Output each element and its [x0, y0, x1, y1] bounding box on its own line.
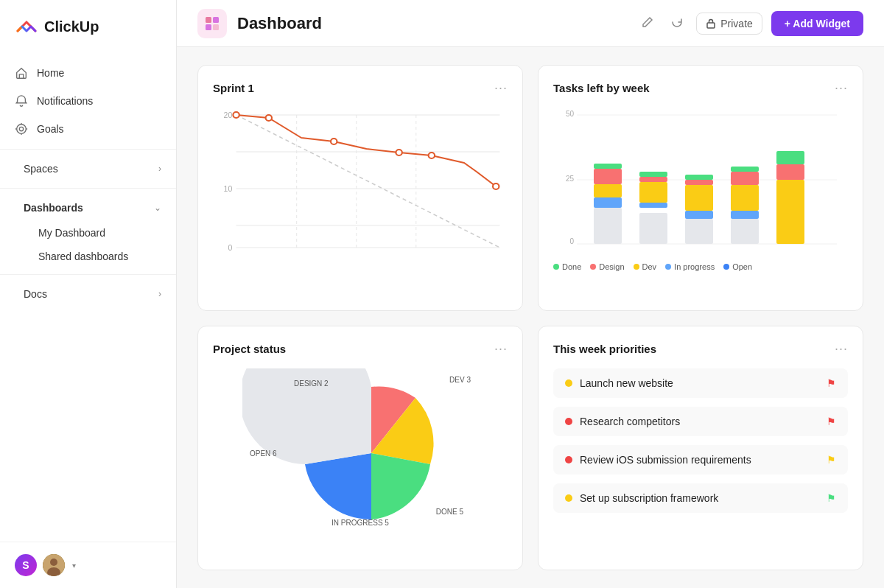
sidebar-user-area: S ▾: [0, 542, 176, 588]
sidebar-item-home[interactable]: Home: [0, 59, 176, 87]
priority-item-1-left: Launch new website: [565, 377, 673, 389]
bar-chart-legend: Done Design Dev In progress Open: [553, 262, 848, 271]
nav-divider-1: [0, 149, 176, 150]
priority-dot-4: [565, 494, 572, 502]
svg-point-31: [233, 112, 239, 118]
priority-text-4: Set up subscription framework: [580, 492, 718, 504]
tasks-bar-chart: 50 25 0: [553, 108, 848, 255]
priority-item-2[interactable]: Research competitors ⚑: [553, 407, 848, 436]
sidebar-item-notifications[interactable]: Notifications: [0, 87, 176, 115]
svg-point-32: [266, 115, 272, 121]
sidebar-goals-label: Goals: [37, 123, 64, 135]
priority-item-4[interactable]: Set up subscription framework ⚑: [553, 483, 848, 513]
topbar-right: Private + Add Widget: [637, 11, 863, 36]
svg-rect-59: [731, 211, 759, 219]
svg-text:10: 10: [224, 185, 233, 193]
svg-line-30: [236, 115, 500, 248]
sidebar-my-dashboard[interactable]: My Dashboard: [0, 221, 176, 245]
sidebar-item-goals[interactable]: Goals: [0, 115, 176, 143]
legend-done-dot: [553, 264, 559, 270]
priority-dot-1: [565, 379, 572, 387]
svg-rect-65: [776, 151, 804, 164]
legend-open: Open: [723, 262, 752, 271]
refresh-button[interactable]: [667, 12, 687, 35]
pencil-icon: [642, 16, 653, 28]
svg-rect-54: [685, 211, 713, 219]
svg-text:25: 25: [566, 175, 575, 183]
dashboard-grid-icon: [203, 15, 221, 32]
user-menu-chevron[interactable]: ▾: [72, 561, 76, 570]
priority-item-3-left: Review iOS submission requirements: [565, 454, 751, 466]
sidebar-item-dashboards[interactable]: Dashboards ⌄: [0, 195, 176, 221]
svg-point-36: [493, 183, 499, 189]
svg-rect-48: [639, 213, 667, 244]
svg-text:0: 0: [569, 237, 574, 245]
svg-rect-15: [213, 17, 219, 23]
sidebar-item-spaces[interactable]: Spaces ›: [0, 155, 176, 182]
docs-label: Docs: [24, 288, 47, 300]
svg-rect-16: [206, 24, 211, 30]
bar-chart-container: 50 25 0: [553, 108, 848, 255]
priorities-header: This week priorities ···: [553, 341, 848, 357]
svg-rect-14: [206, 17, 211, 23]
pie-label-inprogress: IN PROGRESS 5: [332, 519, 389, 527]
spaces-label: Spaces: [24, 163, 58, 175]
priority-flag-3: ⚑: [827, 454, 836, 466]
pie-chart-area: DESIGN 2 DEV 3 DONE 5 IN PROGRESS 5 OPEN…: [213, 368, 508, 531]
legend-design-dot: [590, 264, 596, 270]
sidebar-item-docs[interactable]: Docs ›: [0, 281, 176, 307]
priority-flag-2: ⚑: [827, 416, 836, 427]
tasks-widget-menu[interactable]: ···: [835, 80, 848, 96]
bell-icon: [15, 94, 28, 108]
priorities-widget: This week priorities ··· Launch new webs…: [538, 326, 863, 570]
user-avatar-photo[interactable]: [43, 554, 65, 576]
svg-rect-56: [685, 180, 713, 185]
docs-chevron: ›: [158, 289, 161, 299]
svg-rect-44: [594, 197, 622, 208]
svg-rect-62: [731, 167, 759, 172]
edit-button[interactable]: [637, 12, 658, 35]
svg-rect-60: [731, 185, 759, 211]
topbar-left: Dashboard: [197, 9, 322, 38]
legend-done: Done: [553, 262, 581, 271]
priority-dot-2: [565, 418, 572, 425]
pie-label-dev: DEV 3: [449, 376, 471, 384]
pie-label-open: OPEN 6: [250, 449, 277, 458]
priority-flag-1: ⚑: [827, 377, 836, 389]
svg-point-1: [19, 127, 23, 130]
priority-item-3[interactable]: Review iOS submission requirements ⚑: [553, 445, 848, 475]
svg-point-12: [50, 559, 57, 566]
priority-flag-4: ⚑: [827, 492, 836, 504]
svg-rect-58: [731, 219, 759, 244]
legend-inprogress: In progress: [665, 262, 715, 271]
sprint-line-chart: 20 10 0: [213, 108, 508, 255]
nav-divider-3: [0, 274, 176, 275]
private-badge[interactable]: Private: [696, 13, 762, 35]
svg-text:20: 20: [224, 111, 233, 119]
svg-rect-52: [639, 172, 667, 177]
sprint-widget-menu[interactable]: ···: [494, 80, 508, 96]
priority-item-1[interactable]: Launch new website ⚑: [553, 368, 848, 398]
lock-icon: [706, 18, 716, 29]
sidebar: ClickUp Home Notifications Goals: [0, 0, 177, 588]
priority-text-2: Research competitors: [580, 416, 680, 427]
priority-text-1: Launch new website: [580, 377, 673, 389]
project-status-header: Project status ···: [213, 341, 508, 357]
add-widget-button[interactable]: + Add Widget: [771, 11, 863, 36]
sprint-widget: Sprint 1 ··· 20 1: [197, 65, 523, 311]
svg-rect-64: [776, 164, 804, 180]
svg-rect-63: [776, 180, 804, 244]
dashboard-page-icon: [197, 9, 227, 38]
user-avatar-s[interactable]: S: [15, 554, 37, 576]
svg-text:0: 0: [228, 244, 232, 252]
project-status-title: Project status: [213, 343, 286, 355]
priority-dot-3: [565, 456, 572, 463]
svg-rect-45: [594, 184, 622, 197]
sidebar-shared-dashboards[interactable]: Shared dashboards: [0, 245, 176, 268]
priorities-menu[interactable]: ···: [835, 341, 848, 357]
sprint-chart: 20 10 0: [213, 108, 508, 255]
svg-rect-57: [685, 175, 713, 180]
pie-label-design: DESIGN 2: [294, 379, 329, 388]
project-status-menu[interactable]: ···: [494, 341, 508, 357]
svg-rect-46: [594, 169, 622, 184]
